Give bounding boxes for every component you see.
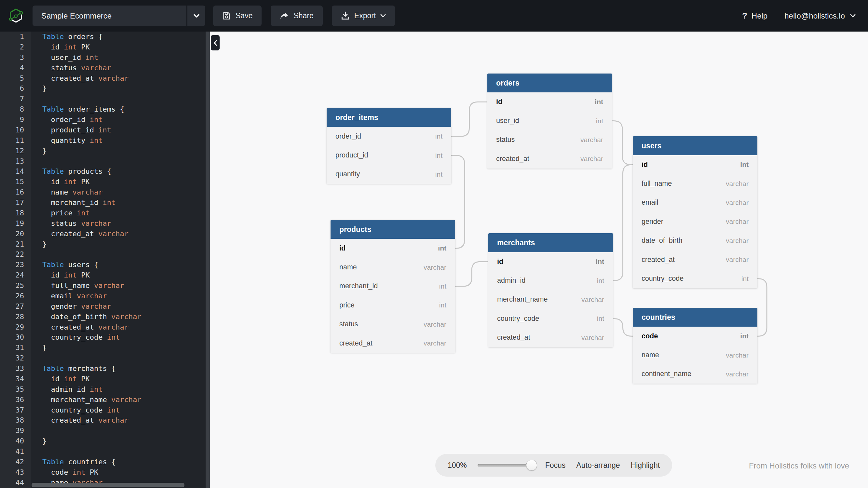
code-line[interactable]: } <box>31 146 206 156</box>
code-line[interactable] <box>31 94 206 104</box>
collapse-editor-button[interactable] <box>211 35 220 51</box>
code-line[interactable]: Table order_items { <box>31 104 206 115</box>
field-row-users-email[interactable]: emailvarchar <box>633 193 757 212</box>
table-products[interactable]: productsidintnamevarcharmerchant_idintpr… <box>331 220 455 353</box>
table-header-countries[interactable]: countries <box>633 308 757 327</box>
table-header-products[interactable]: products <box>331 220 455 239</box>
code-line[interactable]: created_at varchar <box>31 322 206 333</box>
code-line[interactable] <box>31 426 206 436</box>
code-line[interactable]: } <box>31 342 206 353</box>
field-row-merchants-admin_id[interactable]: admin_idint <box>488 271 613 290</box>
code-line[interactable] <box>31 353 206 363</box>
field-row-products-status[interactable]: statusvarchar <box>331 315 455 334</box>
code-line[interactable]: Table countries { <box>31 457 206 467</box>
field-row-order_items-quantity[interactable]: quantityint <box>327 165 451 184</box>
help-button[interactable]: ? Help <box>742 11 768 21</box>
focus-button[interactable]: Focus <box>545 461 566 470</box>
code-line[interactable]: date_of_birth varchar <box>31 312 206 322</box>
code-line[interactable]: email varchar <box>31 291 206 301</box>
share-button[interactable]: Share <box>271 5 322 26</box>
code-line[interactable]: full_name varchar <box>31 280 206 291</box>
table-merchants[interactable]: merchantsidintadmin_idintmerchant_nameva… <box>488 233 613 347</box>
code-line[interactable]: merchant_id int <box>31 197 206 208</box>
code-line[interactable]: } <box>31 436 206 446</box>
field-row-merchants-id[interactable]: idint <box>488 252 613 271</box>
field-row-order_items-product_id[interactable]: product_idint <box>327 146 451 164</box>
code-line[interactable]: status varchar <box>31 63 206 73</box>
code-line[interactable] <box>31 249 206 260</box>
field-row-countries-continent_name[interactable]: continent_namevarchar <box>633 365 757 384</box>
code-line[interactable]: created_at varchar <box>31 73 206 84</box>
highlight-button[interactable]: Highlight <box>631 461 660 470</box>
table-header-users[interactable]: users <box>633 136 757 155</box>
field-row-products-id[interactable]: idint <box>331 239 455 258</box>
field-row-users-gender[interactable]: gendervarchar <box>633 212 757 231</box>
save-button[interactable]: Save <box>213 5 261 26</box>
code-line[interactable]: user_id int <box>31 52 206 63</box>
code-line[interactable]: id int PK <box>31 374 206 384</box>
code-line[interactable]: product_id int <box>31 125 206 135</box>
field-row-users-full_name[interactable]: full_namevarchar <box>633 174 757 193</box>
code-line[interactable]: quantity int <box>31 135 206 146</box>
code-line[interactable] <box>31 156 206 166</box>
field-row-merchants-country_code[interactable]: country_codeint <box>488 309 613 328</box>
table-header-orders[interactable]: orders <box>487 73 612 92</box>
code-line[interactable]: country_code int <box>31 405 206 416</box>
code-line[interactable]: order_id int <box>31 115 206 125</box>
vertical-scrollbar[interactable] <box>206 32 210 488</box>
field-row-countries-code[interactable]: codeint <box>633 327 757 345</box>
field-row-orders-id[interactable]: idint <box>487 92 612 111</box>
code-line[interactable]: id int PK <box>31 177 206 187</box>
diagram-title-input[interactable]: Sample Ecommerce <box>33 5 186 26</box>
table-countries[interactable]: countriescodeintnamevarcharcontinent_nam… <box>633 308 757 384</box>
table-header-order_items[interactable]: order_items <box>327 108 451 127</box>
zoom-slider[interactable] <box>477 464 534 467</box>
code-line[interactable]: created_at varchar <box>31 415 206 426</box>
field-row-countries-name[interactable]: namevarchar <box>633 345 757 364</box>
code-line[interactable]: price int <box>31 208 206 218</box>
code-line[interactable]: id int PK <box>31 42 206 52</box>
field-row-merchants-created_at[interactable]: created_atvarchar <box>488 328 613 347</box>
code-line[interactable]: gender varchar <box>31 301 206 312</box>
table-header-merchants[interactable]: merchants <box>488 233 613 252</box>
code-line[interactable]: admin_id int <box>31 384 206 395</box>
table-users[interactable]: usersidintfull_namevarcharemailvarcharge… <box>633 136 757 288</box>
code-line[interactable]: Table merchants { <box>31 363 206 374</box>
code-line[interactable]: } <box>31 83 206 94</box>
field-row-products-name[interactable]: namevarchar <box>331 258 455 277</box>
field-row-users-country_code[interactable]: country_codeint <box>633 269 757 288</box>
code-line[interactable]: country_code int <box>31 332 206 342</box>
code-area[interactable]: Table orders { id int PK user_id int sta… <box>31 32 206 488</box>
code-line[interactable]: id int PK <box>31 270 206 280</box>
field-row-orders-user_id[interactable]: user_idint <box>487 111 612 130</box>
table-order_items[interactable]: order_itemsorder_idintproduct_idintquant… <box>327 108 451 184</box>
code-line[interactable] <box>31 446 206 457</box>
code-line[interactable]: code int PK <box>31 467 206 478</box>
field-row-users-created_at[interactable]: created_atvarchar <box>633 250 757 269</box>
field-row-users-id[interactable]: idint <box>633 155 757 174</box>
auto-arrange-button[interactable]: Auto-arrange <box>576 461 620 470</box>
field-row-products-price[interactable]: priceint <box>331 296 455 314</box>
code-line[interactable]: name varchar <box>31 187 206 197</box>
export-button[interactable]: Export <box>332 5 395 26</box>
code-line[interactable]: Table users { <box>31 260 206 270</box>
field-row-products-merchant_id[interactable]: merchant_idint <box>331 277 455 296</box>
dbml-code-editor[interactable]: 1234567891011121314151617181920212223242… <box>0 32 210 488</box>
field-row-merchants-merchant_name[interactable]: merchant_namevarchar <box>488 290 613 309</box>
code-line[interactable]: created_at varchar <box>31 229 206 239</box>
field-row-order_items-order_id[interactable]: order_idint <box>327 127 451 146</box>
code-line[interactable]: Table orders { <box>31 32 206 42</box>
diagram-title-dropdown-button[interactable] <box>187 5 205 26</box>
field-row-orders-created_at[interactable]: created_atvarchar <box>487 149 612 168</box>
code-line[interactable]: status varchar <box>31 218 206 229</box>
table-orders[interactable]: ordersidintuser_idintstatusvarcharcreate… <box>487 73 612 169</box>
code-line[interactable]: merchant_name varchar <box>31 395 206 405</box>
user-account-menu[interactable]: hello@holistics.io <box>784 11 856 21</box>
horizontal-scrollbar[interactable] <box>32 483 184 487</box>
code-line[interactable]: Table products { <box>31 166 206 177</box>
field-row-products-created_at[interactable]: created_atvarchar <box>331 334 455 353</box>
field-row-orders-status[interactable]: statusvarchar <box>487 130 612 149</box>
code-line[interactable]: } <box>31 239 206 249</box>
zoom-slider-thumb[interactable] <box>526 460 537 471</box>
field-row-users-date_of_birth[interactable]: date_of_birthvarchar <box>633 231 757 250</box>
